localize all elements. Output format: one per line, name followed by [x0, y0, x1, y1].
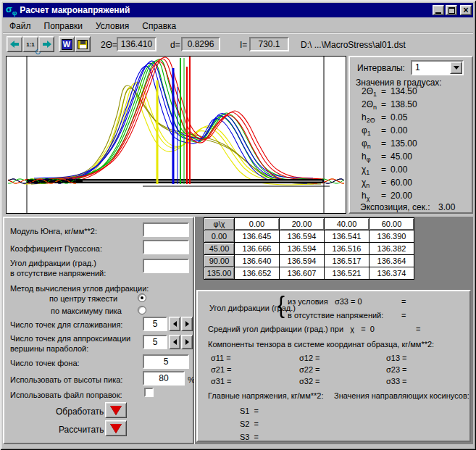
combo-dropdown-button[interactable]	[450, 62, 462, 74]
s3-label: S3 =	[240, 433, 259, 441]
d-field: 0.8296	[181, 37, 220, 51]
diffraction-chart[interactable]	[6, 56, 346, 214]
sigma31-label: σ31 =	[211, 377, 232, 386]
close-button[interactable]: ×	[460, 5, 472, 15]
method-option-peak-label: по максимуму пика	[51, 307, 122, 315]
chart-canvas	[7, 57, 346, 213]
exposure-value: 3.00	[438, 202, 455, 212]
menu-corrections[interactable]: Поправки	[38, 20, 89, 33]
save-button[interactable]	[75, 36, 91, 52]
value-row-chi1: χ1=0.00	[362, 164, 407, 176]
s2-label: S2 =	[240, 420, 259, 428]
value-row-2theta1: 2Θ1=134.50	[362, 86, 417, 98]
smoothing-decrement-button[interactable]	[169, 317, 180, 331]
sigma11-label: σ11 =	[211, 354, 231, 362]
intervals-panel: Интервалы: 1 Значения в градусах: 2Θ1=13…	[348, 56, 473, 214]
brace: {	[277, 290, 285, 320]
red-down-triangle-icon	[110, 424, 122, 433]
prev-button[interactable]	[7, 36, 22, 52]
table-corner-cell: φ\χ	[204, 218, 235, 230]
menu-file[interactable]: Файл	[3, 20, 38, 33]
young-modulus-label: Модуль Юнга, кг/мм**2:	[10, 227, 97, 236]
method-label: Метод вычисления углов дифракции:	[10, 284, 149, 293]
value-row-h2theta: h2Θ=0.05	[362, 112, 407, 124]
approx-decrement-button[interactable]	[169, 335, 180, 349]
d-label: d=	[170, 40, 180, 50]
two-theta-field: 136.410	[117, 37, 156, 51]
value-row-chin: χn=60.00	[362, 178, 412, 189]
method-option-centroid-radio[interactable]	[138, 293, 146, 302]
close-icon: ×	[463, 7, 468, 14]
background-points-input[interactable]	[143, 354, 189, 369]
arrow-left-icon	[173, 339, 177, 345]
tensor-title: Компоненты тензора в системе координат о…	[208, 340, 434, 349]
i-label: I=	[240, 40, 247, 50]
intervals-combo[interactable]: 1	[411, 60, 464, 75]
app-window: σφ Расчет макронапряжений × Файл Поправк…	[0, 0, 476, 450]
window-title: Расчет макронапряжений	[20, 5, 433, 15]
floppy-disk-icon	[78, 40, 88, 49]
young-modulus-input[interactable]	[143, 222, 189, 237]
corrections-file-checkbox[interactable]	[144, 388, 154, 397]
table-row: 0.00 136.645 136.594 136.541 136.390	[204, 230, 414, 243]
peak-height-input[interactable]	[143, 371, 185, 386]
intervals-value: 1	[412, 62, 450, 74]
sigma21-label: σ21 =	[211, 365, 232, 374]
arrow-right-icon	[185, 339, 189, 345]
value-row-2thetan: 2Θn=138.50	[362, 99, 417, 111]
menu-bar: Файл Поправки Условия Справка	[3, 19, 473, 33]
app-icon: σφ	[6, 4, 17, 17]
arrow-right-icon	[185, 321, 189, 327]
table-row: 45.00 136.666 136.594 136.516 136.382	[204, 243, 414, 255]
corrections-file-label: Использовать файл поправок:	[10, 391, 122, 399]
angles-table: φ\χ 0.00 20.00 40.00 60.00 0.00 136.645 …	[204, 217, 414, 280]
method-option-peak-radio[interactable]	[138, 306, 146, 314]
calculate-button[interactable]	[105, 420, 127, 436]
value-row-hphi: hφ=45.00	[362, 151, 412, 163]
approx-label-1: Число точек для аппроксимации	[10, 334, 130, 343]
value-row-hchi: hχ=20.00	[362, 191, 412, 202]
poisson-label: Коэффициент Пуассона:	[10, 244, 102, 253]
process-button[interactable]	[105, 402, 127, 418]
red-down-triangle-icon	[110, 406, 122, 415]
i-field: 730.1	[249, 37, 289, 51]
condition-line-1: из условия σ33 = 0	[288, 297, 362, 306]
maximize-icon	[448, 7, 455, 14]
sigma12-label: σ12 =	[299, 354, 320, 362]
condition-line-2: в отсутствие напряжений:	[288, 311, 383, 320]
smoothing-increment-button[interactable]	[181, 317, 193, 331]
approx-input[interactable]	[143, 335, 167, 349]
value-row-phi1: φ1=0.00	[362, 125, 407, 137]
zoom-reset-button[interactable]: 1:1	[22, 36, 38, 52]
diffraction-angle-label-2: в отсутствие напряжений:	[10, 269, 106, 278]
poisson-input[interactable]	[143, 240, 189, 254]
menu-help[interactable]: Справка	[135, 20, 183, 33]
mean-angle-label: Средний угол дифракции (град.) при χ = 0	[208, 325, 375, 333]
principal-stress-title: Главные напряжения, кг/мм**2:	[208, 391, 323, 400]
next-button[interactable]	[38, 36, 54, 52]
approx-increment-button[interactable]	[181, 335, 193, 349]
zoom-1-1-icon: 1:1	[26, 41, 35, 48]
menu-conditions[interactable]: Условия	[89, 20, 135, 33]
word-icon: W	[62, 39, 72, 50]
intervals-label: Интервалы:	[357, 63, 405, 73]
toolbar: 1:1 W 2Θ= 136.410 d= 0.8296 I= 730.1 D:\…	[3, 34, 473, 55]
arrow-left-icon	[10, 41, 20, 48]
two-theta-label: 2Θ=	[101, 40, 117, 50]
word-export-button[interactable]: W	[59, 36, 75, 52]
results-area: φ\χ 0.00 20.00 40.00 60.00 0.00 136.645 …	[194, 217, 473, 444]
sigma13-label: σ13 =	[386, 354, 407, 362]
file-path: D:\ ...\MacroStress\al01.dst	[301, 40, 406, 50]
smoothing-input[interactable]	[143, 317, 167, 331]
cosines-title: Значения направляющих косинусов:	[334, 391, 469, 400]
sigma23-label: σ23 =	[386, 365, 407, 374]
tensor-results-panel: Угол дифракции (град.) { из условия σ33 …	[196, 290, 471, 442]
diffraction-angle-input[interactable]	[143, 259, 189, 273]
minimize-button[interactable]	[433, 5, 444, 15]
table-row: 135.00 136.652 136.607 136.521 136.374	[204, 267, 414, 280]
maximize-button[interactable]	[446, 5, 457, 15]
method-option-centroid-label: по центру тяжести	[49, 294, 117, 303]
title-bar[interactable]: σφ Расчет макронапряжений ×	[3, 3, 473, 17]
table-row: 90.00 136.640 136.594 136.517 136.364	[204, 255, 414, 267]
background-points-label: Число точек фона:	[10, 359, 80, 367]
